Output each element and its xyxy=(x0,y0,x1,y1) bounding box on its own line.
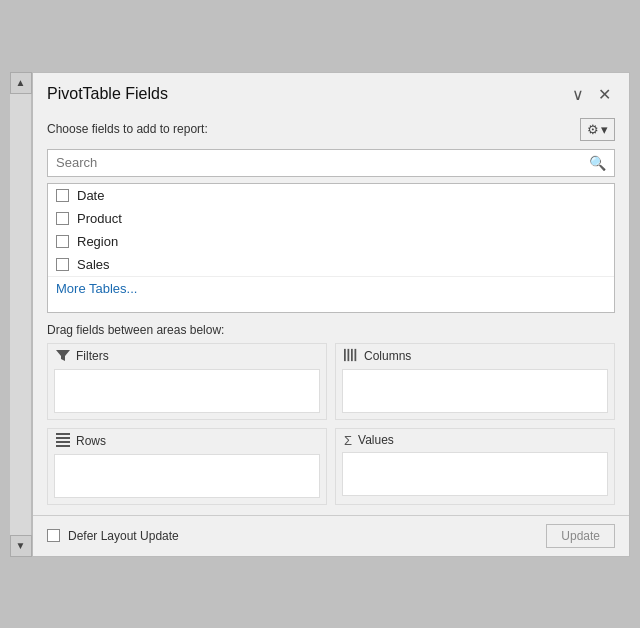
svg-marker-0 xyxy=(56,350,70,361)
defer-label: Defer Layout Update xyxy=(68,529,179,543)
search-icon: 🔍 xyxy=(581,150,614,176)
field-checkbox-product[interactable] xyxy=(56,212,69,225)
list-item[interactable]: Region xyxy=(48,230,614,253)
columns-label: Columns xyxy=(364,349,411,363)
more-tables-link[interactable]: More Tables... xyxy=(48,276,614,300)
rail-up-arrow[interactable]: ▲ xyxy=(10,72,32,94)
svg-rect-5 xyxy=(56,433,70,435)
list-item[interactable]: Sales xyxy=(48,253,614,276)
values-label: Values xyxy=(358,433,394,447)
values-area: Σ Values xyxy=(335,428,615,505)
field-label-date: Date xyxy=(77,188,104,203)
defer-section: Defer Layout Update xyxy=(47,529,179,543)
filters-area: Filters xyxy=(47,343,327,420)
field-checkbox-date[interactable] xyxy=(56,189,69,202)
panel-title: PivotTable Fields xyxy=(47,85,168,103)
svg-rect-2 xyxy=(348,348,350,360)
list-item[interactable]: Product xyxy=(48,207,614,230)
gear-button[interactable]: ⚙ ▾ xyxy=(580,118,615,141)
values-icon: Σ xyxy=(344,433,352,448)
svg-rect-3 xyxy=(351,348,353,360)
field-checkbox-region[interactable] xyxy=(56,235,69,248)
close-button[interactable]: ✕ xyxy=(594,83,615,106)
columns-icon xyxy=(344,348,358,365)
header-buttons: ∨ ✕ xyxy=(568,83,615,106)
search-input[interactable] xyxy=(48,150,581,175)
field-label-region: Region xyxy=(77,234,118,249)
gear-icon: ⚙ xyxy=(587,122,599,137)
filters-icon xyxy=(56,348,70,365)
rows-icon xyxy=(56,433,70,450)
svg-rect-1 xyxy=(344,348,346,360)
dropdown-icon: ▾ xyxy=(601,122,608,137)
filters-label: Filters xyxy=(76,349,109,363)
choose-fields-label: Choose fields to add to report: xyxy=(47,122,208,136)
panel-footer: Defer Layout Update Update xyxy=(33,515,629,556)
left-rail: ▲ ▼ xyxy=(10,72,32,557)
columns-drop-zone[interactable] xyxy=(342,369,608,413)
columns-header: Columns xyxy=(336,344,614,369)
svg-rect-6 xyxy=(56,437,70,439)
field-label-sales: Sales xyxy=(77,257,110,272)
pivot-table-panel: ▲ ▼ PivotTable Fields ∨ ✕ Choose fields … xyxy=(10,72,630,557)
svg-rect-8 xyxy=(56,445,70,447)
rows-area: Rows xyxy=(47,428,327,505)
filters-drop-zone[interactable] xyxy=(54,369,320,413)
pivot-fields-panel: PivotTable Fields ∨ ✕ Choose fields to a… xyxy=(32,72,630,557)
defer-checkbox[interactable] xyxy=(47,529,60,542)
collapse-button[interactable]: ∨ xyxy=(568,83,588,106)
rows-label: Rows xyxy=(76,434,106,448)
areas-grid: Filters Columns xyxy=(33,343,629,515)
values-drop-zone[interactable] xyxy=(342,452,608,496)
section-label-row: Choose fields to add to report: ⚙ ▾ xyxy=(33,112,629,145)
rail-down-arrow[interactable]: ▼ xyxy=(10,535,32,557)
rows-drop-zone[interactable] xyxy=(54,454,320,498)
svg-rect-4 xyxy=(355,348,357,360)
panel-header: PivotTable Fields ∨ ✕ xyxy=(33,73,629,112)
field-label-product: Product xyxy=(77,211,122,226)
search-bar: 🔍 xyxy=(47,149,615,177)
field-checkbox-sales[interactable] xyxy=(56,258,69,271)
list-item[interactable]: Date xyxy=(48,184,614,207)
drag-label: Drag fields between areas below: xyxy=(33,313,629,343)
rows-header: Rows xyxy=(48,429,326,454)
columns-area: Columns xyxy=(335,343,615,420)
svg-rect-7 xyxy=(56,441,70,443)
update-button[interactable]: Update xyxy=(546,524,615,548)
fields-list[interactable]: Date Product Region Sales More Tables... xyxy=(47,183,615,313)
filters-header: Filters xyxy=(48,344,326,369)
values-header: Σ Values xyxy=(336,429,614,452)
